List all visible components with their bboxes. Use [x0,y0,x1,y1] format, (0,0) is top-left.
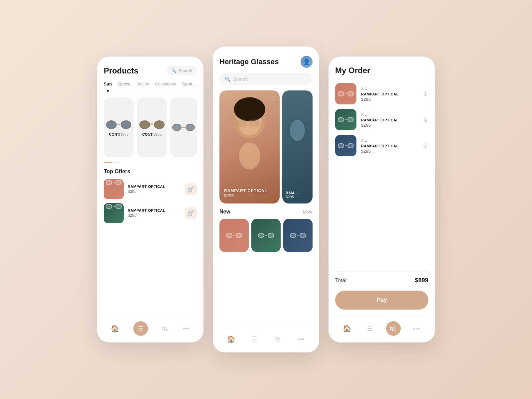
add-to-cart-btn-2[interactable]: 🛒 [185,207,197,219]
order-info-1: X 1 RAMPART OPTICAL $295 [361,86,418,102]
new-card-1[interactable] [219,219,249,252]
delete-btn-2[interactable]: 🗑 [423,117,428,123]
delete-btn-3[interactable]: 🗑 [423,143,428,149]
new-card-2[interactable] [251,219,281,252]
delete-btn-1[interactable]: 🗑 [423,91,428,97]
otl3 [338,117,344,122]
new-card-3[interactable] [283,219,313,252]
lens-left-2 [139,120,150,129]
order-thumb-1 [335,83,356,104]
ntl1 [226,233,232,238]
order-glasses-2 [338,116,354,123]
svg-rect-4 [249,120,260,126]
new-section-row: New More [219,209,313,215]
total-amount: $899 [415,277,428,284]
heritage-bottom-nav: 🏠 ☰ 🛍 ••• [219,328,313,346]
tb1 [113,182,115,183]
wishlist-icon-1[interactable]: ♡ [126,101,130,107]
tb2 [113,206,115,207]
tl3 [106,204,112,209]
wishlist-icon-2[interactable]: ♡ [159,101,164,107]
otl5 [338,143,344,148]
order-price-2: $295 [361,123,418,128]
offers-list: RAMPART OPTICAL $295 🛒 RAMPART OPTICAL $… [104,179,197,223]
lens-right-1 [121,120,131,129]
screen-products: Products 🔍 Search Sun Optical Active Col… [97,57,203,342]
product-label-1: CONTI $255 [109,132,129,136]
products-grid: ♡ CONTI $255 ♡ CONT [104,97,197,157]
total-label: Total: [335,278,348,284]
user-avatar[interactable]: 👤 [301,56,313,68]
products-title: Products [104,66,138,75]
new-glasses-1 [226,232,242,239]
scroll-dot-2 [117,162,120,163]
tl1 [106,180,112,185]
nav-cart[interactable]: 🛍 [162,325,169,332]
tab-active[interactable]: Active [137,81,149,88]
ntl3 [258,233,264,238]
product-image-1 [106,118,131,131]
otb2 [345,119,347,120]
onav-home[interactable]: 🏠 [339,321,354,336]
hero-side-card[interactable]: RAM... $295 [282,90,313,203]
search-icon: 🔍 [172,68,177,73]
product-card-3[interactable] [170,97,197,157]
products-tabs: Sun Optical Active Collections Spott... [104,81,197,92]
screen-heritage: Heritage Glasses 👤 🔍 Search ♡ [213,47,319,352]
offer-brand-2: RAMPART OPTICAL [128,208,181,212]
otb3 [345,145,347,146]
new-products-grid [219,219,313,324]
offer-info-1: RAMPART OPTICAL $295 [128,185,181,194]
order-qty-2: X 1 [361,112,418,117]
more-link[interactable]: More [303,209,313,214]
hnav-cart[interactable]: 🛍 [271,332,284,346]
tab-optical[interactable]: Optical [118,81,131,88]
hero-image [219,90,280,203]
tab-spott[interactable]: Spott... [182,81,196,88]
nav-list[interactable]: ☰ [133,321,148,336]
offer-glasses-1 [106,179,122,186]
new-glasses-3 [290,232,306,239]
hnav-more[interactable]: ••• [294,332,308,346]
lens-left-3 [172,124,182,131]
products-bottom-nav: 🏠 ☰ 🛍 ••• [104,316,197,336]
hero-overlay: RAMPART OPTICAL $295 [224,189,275,198]
onav-list[interactable]: ☰ [363,321,377,336]
order-item-1: X 1 RAMPART OPTICAL $295 🗑 [335,83,428,104]
add-to-cart-btn-1[interactable]: 🛒 [185,183,197,195]
ntl4 [268,233,274,238]
product-label-2: CONTI $255 [142,132,162,136]
order-glasses-3 [338,142,354,149]
order-items-list: X 1 RAMPART OPTICAL $295 🗑 X 1 RAMPART [335,83,428,266]
product-price-1: $255 [120,132,128,136]
nav-home[interactable]: 🏠 [111,325,119,332]
hero-main-card[interactable]: ♡ RAMPART OPTICAL $295 [219,90,280,203]
nav-more[interactable]: ••• [183,325,190,332]
product-image-3 [172,122,195,133]
pay-button[interactable]: Pay [335,291,428,310]
search-pill[interactable]: 🔍 Search [167,66,197,75]
order-price-3: $295 [361,149,418,154]
svg-point-2 [234,97,265,121]
heritage-title: Heritage Glasses [219,58,279,66]
lens-right-3 [186,124,195,131]
offer-info-2: RAMPART OPTICAL $295 [128,208,181,218]
order-title: My Order [335,66,428,75]
side-brand-label: RAM... [286,191,298,195]
heritage-search-bar[interactable]: 🔍 Search [219,73,313,85]
onav-more[interactable]: ••• [409,321,424,336]
hnav-home[interactable]: 🏠 [224,332,238,346]
tab-sun[interactable]: Sun [104,81,112,88]
hnav-list[interactable]: ☰ [248,332,261,346]
offer-item-2[interactable]: RAMPART OPTICAL $295 🛒 [104,203,197,223]
side-price-label: $295 [286,195,298,199]
offer-item-1[interactable]: RAMPART OPTICAL $295 🛒 [104,179,197,199]
scroll-indicator [104,162,197,163]
tab-collections[interactable]: Collections [155,81,176,88]
onav-cart[interactable]: 🛍 [386,321,401,336]
order-price-1: $295 [361,97,418,102]
order-brand-1: RAMPART OPTICAL [361,92,418,96]
product-card-1[interactable]: ♡ CONTI $255 [104,97,134,157]
product-card-2[interactable]: ♡ CONTI $255 [137,97,167,157]
bridge-2 [151,124,153,125]
